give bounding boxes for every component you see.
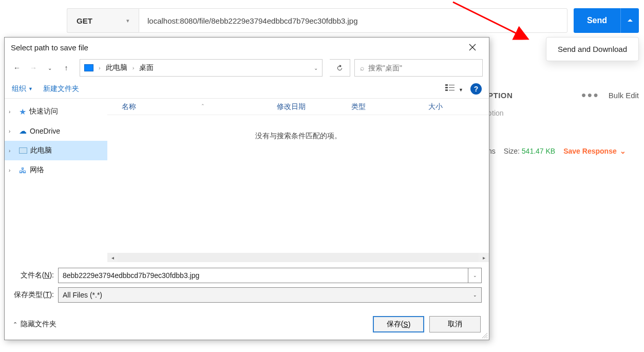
size-block: Size: 541.47 KB	[504, 147, 555, 155]
scroll-left-icon[interactable]: ◂	[107, 253, 118, 262]
svg-rect-4	[449, 85, 454, 85]
refresh-button[interactable]	[330, 59, 350, 77]
chevron-right-icon: ›	[9, 148, 16, 154]
filename-input[interactable]: 8ebb2229e3794edbbcd7b79ec30fdbb3.jpg	[58, 268, 468, 283]
chevron-down-icon: ▾	[126, 17, 129, 24]
chevron-right-icon: ›	[132, 65, 135, 71]
breadcrumb-bar[interactable]: › 此电脑 › 桌面 ⌄	[80, 59, 323, 77]
url-input[interactable]: localhost:8080/file/8ebb2229e3794edbbcd7…	[139, 8, 567, 33]
svg-rect-8	[449, 90, 454, 90]
filename-label: 文件名(N):	[12, 271, 58, 280]
search-icon: ⌕	[360, 64, 364, 72]
send-dropdown-toggle[interactable]	[620, 8, 639, 33]
svg-rect-7	[445, 89, 448, 91]
help-button[interactable]: ?	[470, 83, 482, 95]
bulk-edit-link[interactable]: Bulk Edit	[609, 91, 639, 100]
sidebar: › ★ 快速访问 › ☁ OneDrive › 此电脑 › 🖧 网络	[5, 99, 107, 263]
sidebar-item-label: 网络	[30, 165, 44, 175]
sort-indicator-icon: ⌃	[201, 103, 205, 108]
save-file-dialog: Select path to save file ← → ⌄ ↑ › 此电脑 ›…	[4, 37, 489, 340]
column-size[interactable]: 大小	[423, 102, 469, 112]
sidebar-item-network[interactable]: › 🖧 网络	[5, 160, 107, 180]
sidebar-item-this-pc[interactable]: › 此电脑	[5, 141, 107, 160]
filetype-label: 保存类型(T):	[12, 290, 58, 300]
filename-history-dropdown[interactable]: ⌄	[468, 268, 482, 283]
send-button-group: Send	[574, 8, 639, 33]
column-type[interactable]: 类型	[346, 102, 423, 112]
dialog-titlebar: Select path to save file	[5, 38, 489, 57]
chevron-up-icon: ⌃	[13, 321, 17, 328]
file-list: 名称⌃ 修改日期 类型 大小 没有与搜索条件匹配的项。 ◂ ▸	[107, 99, 489, 263]
filename-fields: 文件名(N): 8ebb2229e3794edbbcd7b79ec30fdbb3…	[5, 263, 489, 309]
dialog-nav-row: ← → ⌄ ↑ › 此电脑 › 桌面 ⌄ ⌕	[5, 57, 489, 79]
svg-rect-3	[445, 84, 448, 86]
sidebar-item-label: 快速访问	[29, 107, 58, 116]
url-text: localhost:8080/file/8ebb2229e3794edbbcd7…	[147, 16, 358, 25]
network-icon: 🖧	[19, 166, 27, 175]
send-dropdown-menu: Send and Download	[546, 37, 639, 61]
nav-forward-button[interactable]: →	[27, 61, 40, 75]
cloud-icon: ☁	[19, 126, 27, 136]
send-and-download-item[interactable]: Send and Download	[558, 45, 627, 53]
size-value: 541.47 KB	[522, 147, 555, 155]
list-view-icon	[445, 84, 454, 91]
chevron-down-icon: ▼	[28, 86, 33, 91]
close-icon	[469, 44, 476, 51]
column-name[interactable]: 名称⌃	[107, 102, 272, 112]
close-button[interactable]	[462, 40, 483, 55]
more-icon[interactable]: ●●●	[581, 90, 599, 100]
option-fragment: ɔtion	[488, 109, 504, 117]
resize-grip-icon	[481, 331, 488, 339]
search-box[interactable]: ⌕	[354, 59, 483, 77]
refresh-icon	[336, 64, 344, 72]
breadcrumb-leaf[interactable]: 桌面	[139, 63, 154, 72]
response-meta-row: ns Size: 541.47 KB Save Response ⌄	[488, 147, 639, 155]
save-response-label: Save Response	[563, 147, 617, 155]
request-bar: GET ▾ localhost:8080/file/8ebb2229e3794e…	[67, 8, 639, 33]
pc-icon	[19, 147, 27, 154]
description-fragment: PTION	[488, 91, 513, 100]
resize-grip[interactable]	[481, 331, 488, 339]
sidebar-item-label: 此电脑	[30, 146, 52, 155]
chevron-up-icon	[628, 18, 633, 23]
hide-folders-toggle[interactable]: ⌃ 隐藏文件夹	[13, 320, 56, 329]
cancel-button[interactable]: 取消	[429, 316, 481, 332]
nav-back-button[interactable]: ←	[11, 61, 23, 75]
chevron-down-icon: ⌄	[473, 292, 477, 298]
send-button[interactable]: Send	[574, 8, 620, 33]
http-method-select[interactable]: GET ▾	[67, 8, 139, 33]
scroll-track[interactable]	[118, 253, 479, 262]
chevron-right-icon: ›	[9, 128, 16, 134]
svg-line-11	[486, 337, 487, 338]
pc-icon	[84, 64, 93, 71]
save-response-button[interactable]: Save Response ⌄	[563, 147, 626, 155]
http-method-label: GET	[77, 16, 92, 25]
chevron-down-icon[interactable]: ⌄	[314, 65, 318, 71]
new-folder-button[interactable]: 新建文件夹	[43, 84, 79, 94]
partial-row: PTION ●●● Bulk Edit	[488, 85, 639, 105]
view-mode-button[interactable]: ▼	[445, 84, 463, 93]
save-button[interactable]: 保存(S)	[373, 316, 424, 332]
nav-history-dropdown[interactable]: ⌄	[44, 61, 56, 75]
nav-up-button[interactable]: ↑	[60, 61, 72, 75]
dialog-toolbar: 组织 ▼ 新建文件夹 ▼ ?	[5, 79, 489, 98]
chevron-right-icon: ›	[9, 109, 16, 115]
chevron-down-icon: ⌄	[620, 147, 626, 155]
svg-rect-6	[449, 87, 454, 88]
scroll-right-icon[interactable]: ▸	[479, 253, 489, 262]
star-icon: ★	[19, 107, 26, 117]
column-modified[interactable]: 修改日期	[272, 102, 346, 112]
sidebar-item-onedrive[interactable]: › ☁ OneDrive	[5, 121, 107, 141]
breadcrumb-root[interactable]: 此电脑	[106, 63, 127, 72]
horizontal-scrollbar[interactable]: ◂ ▸	[107, 252, 489, 263]
filetype-select[interactable]: All Files (*.*) ⌄	[58, 287, 482, 303]
empty-message: 没有与搜索条件匹配的项。	[107, 115, 489, 141]
column-headers: 名称⌃ 修改日期 类型 大小	[107, 99, 489, 115]
dialog-actions: ⌃ 隐藏文件夹 保存(S) 取消	[5, 309, 489, 340]
svg-rect-5	[445, 87, 448, 88]
search-input[interactable]	[368, 64, 477, 72]
chevron-right-icon: ›	[99, 65, 101, 71]
sidebar-item-quick-access[interactable]: › ★ 快速访问	[5, 102, 107, 121]
organize-menu[interactable]: 组织 ▼	[12, 84, 33, 94]
chevron-down-icon: ▼	[459, 87, 463, 92]
